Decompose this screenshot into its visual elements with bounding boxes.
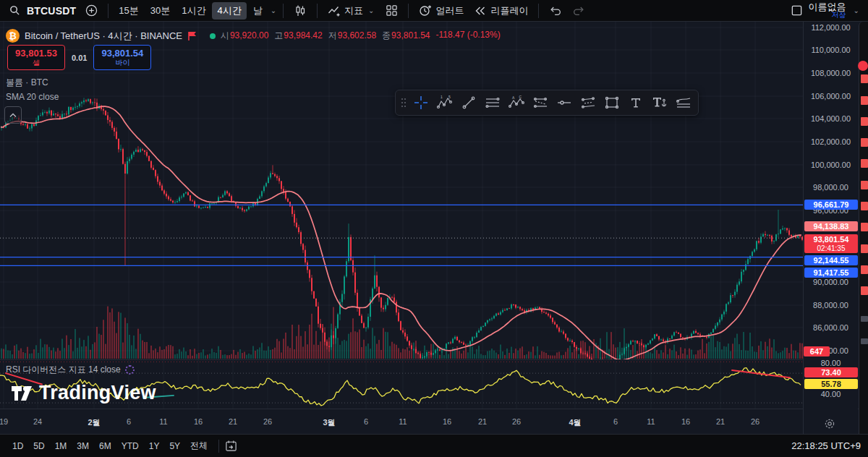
interval-1h[interactable]: 1시간 bbox=[176, 2, 210, 20]
sell-button[interactable]: 93,801.53 셀 bbox=[7, 45, 65, 70]
time-axis[interactable]: 19242월6111621263월6111621264월611162126 bbox=[0, 409, 859, 434]
open-value: 93,920.00 bbox=[230, 30, 268, 40]
watchlist-neutral-sliver bbox=[861, 316, 868, 322]
flag-icon[interactable] bbox=[187, 31, 197, 41]
multi-line-tool-button[interactable] bbox=[671, 93, 695, 113]
symbol-search-button[interactable]: BTCUSDT bbox=[27, 5, 76, 17]
interval-4h-active[interactable]: 4시간 bbox=[212, 2, 246, 20]
price-pane-canvas[interactable] bbox=[0, 22, 803, 359]
time-tick-label: 6 bbox=[613, 417, 618, 426]
watchlist-change-sliver bbox=[861, 181, 868, 189]
range-all[interactable]: 전체 bbox=[185, 437, 213, 454]
time-tick-label: 3월 bbox=[323, 417, 335, 428]
volume-study-label[interactable]: 볼륨 · BTC bbox=[6, 77, 48, 89]
alert-label: 얼러트 bbox=[435, 4, 464, 17]
parallel-channel-tool-button[interactable] bbox=[576, 93, 600, 113]
price-tick-label: 110,000.00 bbox=[804, 46, 858, 54]
toolbar-divider bbox=[538, 4, 539, 18]
time-tick-label: 24 bbox=[33, 417, 42, 426]
horizontal-ray-tool-button[interactable] bbox=[552, 93, 576, 113]
clock-timezone-button[interactable]: 22:18:25 UTC+9 bbox=[791, 440, 861, 451]
indicator-templates-icon[interactable] bbox=[380, 2, 403, 19]
range-5d[interactable]: 5D bbox=[28, 439, 49, 453]
price-tick-label: 106,000.00 bbox=[804, 92, 858, 101]
sma-study-label[interactable]: SMA 20 close bbox=[6, 92, 59, 102]
chart-region: ₿ Bitcoin / TetherUS · 4시간 · BINANCE 시93… bbox=[0, 22, 868, 434]
fib-retracement-tool-button[interactable] bbox=[480, 93, 504, 113]
watchlist-change-sliver bbox=[861, 244, 868, 253]
price-tick-label: 108,000.00 bbox=[804, 69, 858, 77]
rsi-study-label: RSI 다이버전스 지표 14 close bbox=[6, 364, 121, 376]
undo-icon[interactable] bbox=[544, 3, 567, 19]
alert-clock-icon bbox=[419, 4, 432, 17]
price-badge: 55.78 bbox=[804, 379, 858, 389]
watchlist-neutral-sliver bbox=[861, 338, 868, 344]
alert-button[interactable]: 얼러트 bbox=[414, 2, 469, 20]
layout-chevron-icon[interactable]: ⌄ bbox=[852, 7, 861, 14]
interval-dropdown-chevron-icon[interactable]: ⌄ bbox=[269, 7, 278, 14]
range-3m[interactable]: 3M bbox=[72, 439, 94, 453]
time-tick-label: 26 bbox=[512, 417, 521, 426]
layout-panel-icon[interactable] bbox=[791, 4, 803, 17]
toolbar-divider bbox=[317, 4, 318, 18]
price-tick-label: 80.00 bbox=[804, 359, 858, 367]
interval-1d[interactable]: 날 bbox=[248, 2, 268, 20]
time-tick-label: 11 bbox=[159, 417, 167, 426]
go-to-date-calendar-icon[interactable] bbox=[225, 440, 237, 452]
rectangle-tool-button[interactable] bbox=[600, 93, 624, 113]
interval-15m[interactable]: 15분 bbox=[114, 2, 143, 20]
time-tick-label: 19 bbox=[0, 417, 8, 426]
notification-dot bbox=[858, 61, 868, 71]
disjoint-channel-tool-button[interactable] bbox=[528, 93, 552, 113]
indicators-chevron-icon: ⌄ bbox=[367, 7, 375, 14]
text-tool-button[interactable] bbox=[624, 93, 647, 113]
ohlc-values: 시93,920.00 고93,984.42 저93,602.58 종93,801… bbox=[221, 30, 501, 42]
buy-button[interactable]: 93,801.54 바이 bbox=[93, 45, 151, 70]
indicators-label: 지표 bbox=[344, 4, 363, 17]
range-ytd[interactable]: YTD bbox=[116, 439, 144, 453]
close-value: 93,801.54 bbox=[391, 30, 430, 40]
time-tick-label: 21 bbox=[716, 417, 725, 426]
chart-style-candles-icon[interactable] bbox=[289, 2, 312, 20]
toolbar-divider bbox=[283, 4, 284, 18]
replay-button[interactable]: 리플레이 bbox=[469, 2, 533, 20]
price-tick-label: 88,000.00 bbox=[804, 301, 858, 309]
axis-settings-gear-icon[interactable] bbox=[824, 418, 835, 430]
floating-drawing-toolbar: 15 AC bbox=[395, 90, 699, 116]
price-tick-label: 86,000.00 bbox=[804, 323, 858, 332]
layout-name-button[interactable]: 이름없음 저장 bbox=[809, 3, 846, 19]
interval-30m[interactable]: 30분 bbox=[145, 2, 175, 20]
range-6m[interactable]: 6M bbox=[94, 439, 116, 453]
symbol-title[interactable]: Bitcoin / TetherUS · 4시간 · BINANCE bbox=[25, 30, 182, 43]
sell-label: 셀 bbox=[33, 58, 40, 67]
price-axis[interactable]: 112,000.00110,000.00108,000.00106,000.00… bbox=[803, 22, 858, 434]
price-tick-label: 100,000.00 bbox=[804, 161, 858, 169]
range-1d[interactable]: 1D bbox=[7, 439, 28, 453]
indicators-button[interactable]: 지표 ⌄ bbox=[323, 2, 380, 20]
anchored-text-tool-button[interactable] bbox=[647, 93, 671, 113]
search-icon[interactable] bbox=[4, 3, 25, 18]
change-value: -118.47 (-0.13%) bbox=[436, 30, 501, 42]
save-layout-link[interactable]: 저장 bbox=[832, 11, 846, 19]
range-1m[interactable]: 1M bbox=[50, 439, 72, 453]
price-badge: 96,661.79 bbox=[804, 200, 858, 210]
range-1y[interactable]: 1Y bbox=[144, 439, 165, 453]
price-badge: 647 bbox=[804, 346, 830, 356]
sell-price: 93,801.53 bbox=[15, 48, 57, 58]
watchlist-change-sliver bbox=[861, 96, 868, 105]
watchlist-change-sliver bbox=[861, 202, 868, 210]
trend-line-tool-button[interactable] bbox=[456, 93, 480, 113]
time-tick-label: 16 bbox=[194, 417, 203, 426]
watchlist-change-sliver bbox=[861, 117, 868, 126]
time-tick-label: 16 bbox=[681, 417, 690, 426]
toolbar-drag-handle[interactable] bbox=[399, 98, 409, 108]
crosshair-tool-button[interactable] bbox=[409, 93, 433, 113]
elliott-wave-tool-button[interactable]: 15 bbox=[433, 93, 456, 113]
redo-icon[interactable] bbox=[567, 3, 590, 19]
rsi-legend[interactable]: RSI 다이버전스 지표 14 close bbox=[6, 364, 135, 376]
top-toolbar: BTCUSDT 15분 30분 1시간 4시간 날 ⌄ bbox=[0, 0, 868, 22]
collapse-legend-button[interactable] bbox=[4, 106, 22, 124]
range-5y[interactable]: 5Y bbox=[164, 439, 185, 453]
compare-add-icon[interactable] bbox=[80, 2, 103, 19]
xabcd-pattern-tool-button[interactable]: AC bbox=[504, 93, 528, 113]
